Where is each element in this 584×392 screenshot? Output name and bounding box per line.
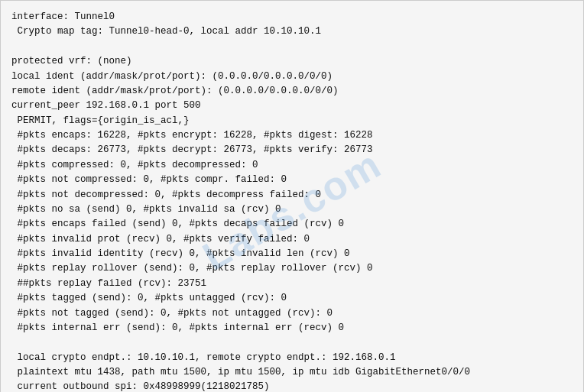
terminal-line: #pkts not compressed: 0, #pkts compr. fa…	[11, 173, 573, 187]
terminal-line	[11, 335, 573, 350]
terminal-line: current_peer 192.168.0.1 port 500	[11, 99, 573, 113]
terminal-line: #pkts compressed: 0, #pkts decompressed:…	[11, 158, 573, 173]
terminal-line: #pkts not decompressed: 0, #pkts decompr…	[11, 188, 573, 202]
terminal-line: ##pkts replay failed (rcv): 23751	[11, 277, 573, 291]
terminal-line: #pkts encaps: 16228, #pkts encrypt: 1622…	[11, 128, 573, 143]
terminal-line: Crypto map tag: Tunnel0-head-0, local ad…	[11, 24, 573, 39]
terminal-line: #pkts tagged (send): 0, #pkts untagged (…	[11, 291, 573, 306]
terminal-line: #pkts invalid identity (recv) 0, #pkts i…	[11, 247, 573, 261]
terminal-line: PERMIT, flags={origin_is_acl,}	[11, 114, 573, 128]
terminal-line: #pkts decaps: 26773, #pkts decrypt: 2677…	[11, 143, 573, 157]
terminal-window: interface: Tunnel0 Crypto map tag: Tunne…	[0, 0, 584, 392]
terminal-line	[11, 40, 573, 54]
terminal-line: plaintext mtu 1438, path mtu 1500, ip mt…	[11, 365, 573, 380]
terminal-line: local ident (addr/mask/prot/port): (0.0.…	[11, 70, 573, 84]
terminal-line: remote ident (addr/mask/prot/port): (0.0…	[11, 84, 573, 99]
terminal-line: #pkts replay rollover (send): 0, #pkts r…	[11, 261, 573, 276]
terminal-line: current outbound spi: 0x48998999(1218021…	[11, 380, 573, 392]
terminal-content: interface: Tunnel0 Crypto map tag: Tunne…	[11, 10, 573, 392]
terminal-line: interface: Tunnel0	[11, 10, 573, 24]
terminal-line: #pkts encaps failed (send) 0, #pkts deca…	[11, 217, 573, 232]
terminal-line: #pkts internal err (send): 0, #pkts inte…	[11, 321, 573, 335]
terminal-line: #pkts not tagged (send): 0, #pkts not un…	[11, 306, 573, 321]
terminal-line: #pkts invalid prot (recv) 0, #pkts verif…	[11, 232, 573, 247]
terminal-line: #pkts no sa (send) 0, #pkts invalid sa (…	[11, 202, 573, 217]
terminal-line: protected vrf: (none)	[11, 54, 573, 69]
terminal-line: local crypto endpt.: 10.10.10.1, remote …	[11, 351, 573, 365]
